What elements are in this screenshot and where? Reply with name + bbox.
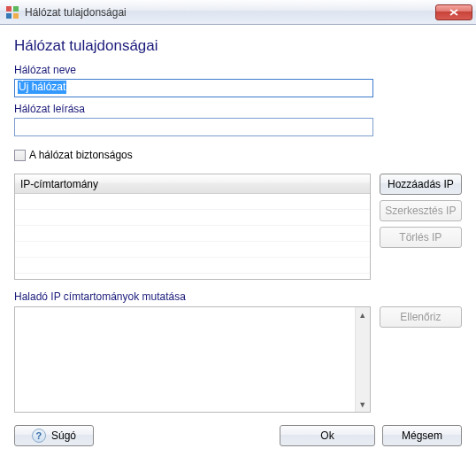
svg-rect-3 [13, 13, 19, 19]
scroll-up-icon[interactable]: ▲ [356, 307, 370, 322]
secure-checkbox-label: A hálózat biztonságos [29, 149, 133, 161]
scrollbar[interactable]: ▲ ▼ [355, 307, 370, 412]
help-button[interactable]: ? Súgó [14, 425, 94, 446]
network-name-input[interactable]: Új hálózat [14, 79, 373, 97]
verify-button[interactable]: Ellenőriz [380, 306, 462, 328]
scroll-down-icon[interactable]: ▼ [356, 397, 370, 412]
help-icon: ? [32, 429, 46, 443]
advanced-ranges-textarea[interactable]: ▲ ▼ [14, 306, 371, 413]
network-name-label: Hálózat neve [14, 64, 462, 76]
cancel-button[interactable]: Mégsem [382, 425, 462, 446]
help-button-label: Súgó [51, 429, 76, 442]
delete-ip-button[interactable]: Törlés IP [380, 227, 462, 248]
close-button[interactable] [435, 4, 472, 20]
window-title: Hálózat tulajdonságai [25, 6, 435, 19]
page-title: Hálózat tulajdonságai [14, 37, 462, 55]
network-name-value: Új hálózat [18, 81, 66, 94]
add-ip-button[interactable]: Hozzáadás IP [380, 174, 462, 195]
title-bar: Hálózat tulajdonságai [0, 0, 476, 25]
secure-checkbox[interactable] [14, 150, 26, 161]
ok-button[interactable]: Ok [280, 425, 375, 446]
svg-rect-2 [6, 13, 12, 19]
close-icon [449, 9, 458, 16]
app-icon [5, 5, 19, 19]
advanced-ranges-label: Haladó IP címtartományok mutatása [14, 290, 462, 303]
edit-ip-button[interactable]: Szerkesztés IP [380, 200, 462, 221]
ip-range-column-header[interactable]: IP-címtartomány [15, 174, 370, 194]
network-desc-label: Hálózat leírása [14, 103, 462, 115]
svg-rect-1 [13, 6, 19, 12]
ip-range-list[interactable]: IP-címtartomány [14, 174, 371, 280]
svg-rect-0 [6, 6, 12, 12]
network-desc-input[interactable] [14, 118, 373, 136]
ip-range-rows [15, 194, 370, 279]
